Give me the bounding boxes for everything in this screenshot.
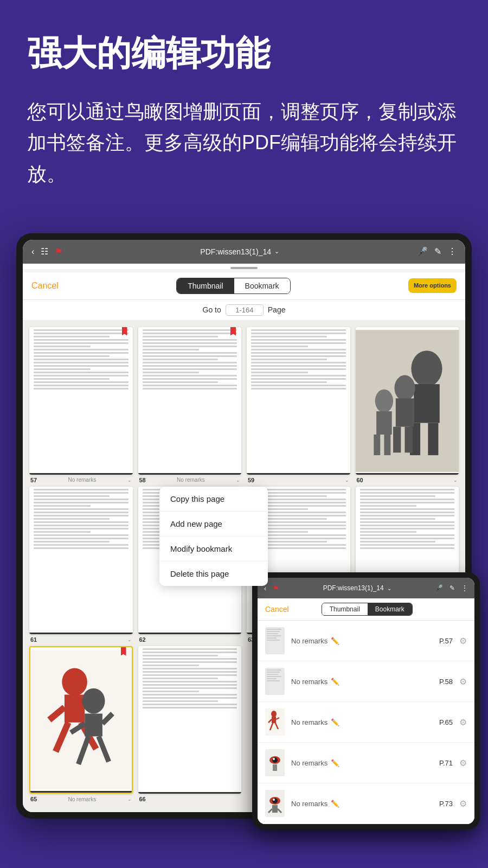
- copy-page-menu-item[interactable]: Copy this page: [159, 487, 268, 512]
- edit-icon-65[interactable]: ✏️: [331, 718, 339, 726]
- more-icon[interactable]: ⋮: [448, 246, 457, 257]
- art-svg-65: [30, 647, 132, 793]
- chevron-down-icon-65[interactable]: ⌄: [127, 796, 132, 802]
- svg-rect-42: [272, 805, 278, 813]
- thumb-label-60: 60 ⌄: [356, 477, 459, 483]
- modify-bookmark-menu-item[interactable]: Modify bookmark: [159, 537, 268, 561]
- cancel-button[interactable]: Cancel: [31, 281, 59, 291]
- page-content-59: [247, 327, 350, 395]
- secondary-tab-bookmark[interactable]: Bookmark: [368, 603, 412, 615]
- mic-icon[interactable]: 🎤: [417, 246, 428, 257]
- svg-point-35: [272, 757, 278, 763]
- bookmark-icon[interactable]: ⚑: [55, 246, 62, 257]
- tab-bookmark[interactable]: Bookmark: [234, 278, 290, 293]
- secondary-cancel-btn[interactable]: Cancel: [265, 605, 289, 614]
- edit-icon-57[interactable]: ✏️: [331, 637, 339, 645]
- secondary-more-icon[interactable]: ⋮: [461, 584, 468, 592]
- bookmark-item-73[interactable]: No remarks ✏️ P.73 ⚙: [258, 783, 474, 824]
- thumb-card-66: [138, 646, 242, 794]
- topbar-left: ‹ ☷ ⚑: [31, 246, 62, 257]
- settings-icon-71[interactable]: ⚙: [459, 758, 467, 768]
- svg-rect-2: [414, 384, 440, 423]
- bookmark-art-svg-65: [265, 709, 285, 736]
- grid-icon[interactable]: ☷: [41, 246, 48, 257]
- dropdown-icon[interactable]: ⌄: [274, 248, 279, 255]
- bookmark-art-svg-73: [265, 790, 285, 817]
- svg-rect-10: [376, 411, 392, 435]
- secondary-pencil-icon[interactable]: ✎: [450, 584, 455, 592]
- goto-bar: Go to Page: [23, 300, 465, 321]
- thumb-item-58[interactable]: 58 No remarks ⌄: [138, 327, 242, 483]
- page-content-58: [138, 327, 242, 395]
- hero-section: 强大的编辑功能 您可以通过鸟瞰图增删页面，调整页序，复制或添加书签备注。更多高级…: [0, 0, 488, 212]
- svg-point-27: [271, 711, 277, 717]
- chevron-down-icon-60[interactable]: ⌄: [453, 477, 458, 483]
- back-icon[interactable]: ‹: [31, 247, 34, 257]
- chevron-down-icon-59[interactable]: ⌄: [345, 477, 349, 483]
- svg-rect-8: [404, 426, 412, 452]
- thumb-row-1: 57 No remarks ⌄: [29, 327, 459, 483]
- bookmark-thumb-65: [265, 709, 285, 736]
- goto-input[interactable]: [226, 304, 264, 316]
- thumb-card-61: [29, 487, 133, 634]
- page-content-64: [356, 487, 459, 555]
- secondary-tab-group: Thumbnail Bookmark: [322, 603, 413, 616]
- page-content-57: [29, 327, 133, 395]
- context-menu: Copy this page Add new page Modify bookm…: [159, 487, 268, 586]
- svg-rect-4: [428, 423, 438, 455]
- bookmark-thumb-57: [265, 627, 285, 654]
- more-options-button[interactable]: More options: [408, 278, 457, 292]
- secondary-dropdown-icon[interactable]: ⌄: [387, 585, 391, 591]
- bookmark-item-57[interactable]: No remarks ✏️ P.57 ⚙: [258, 621, 474, 661]
- page-content-61: [29, 487, 133, 555]
- bookmark-item-58[interactable]: No remarks ✏️ P.58 ⚙: [258, 661, 474, 702]
- thumb-item-59[interactable]: 59 ⌄: [247, 327, 350, 483]
- bookmark-info-58: No remarks ✏️: [291, 678, 433, 686]
- settings-icon-58[interactable]: ⚙: [459, 676, 467, 687]
- chevron-down-icon-58[interactable]: ⌄: [236, 477, 240, 483]
- thumb-item-57[interactable]: 57 No remarks ⌄: [29, 327, 133, 483]
- settings-icon-57[interactable]: ⚙: [459, 636, 467, 646]
- settings-icon-73[interactable]: ⚙: [459, 799, 467, 809]
- page-label: Page: [268, 305, 286, 314]
- bookmark-thumb-73: [265, 790, 285, 817]
- goto-label: Go to: [203, 305, 221, 314]
- secondary-doc-title: PDF:wissen13(1)_14: [323, 584, 384, 592]
- thumb-item-61[interactable]: 61 ⌄: [29, 487, 133, 643]
- bookmark-page-58: P.58: [439, 678, 453, 686]
- chevron-down-icon-61[interactable]: ⌄: [127, 637, 132, 642]
- bookmark-item-71[interactable]: No remarks ✏️ P.71 ⚙: [258, 743, 474, 783]
- secondary-bookmark-icon[interactable]: ⚑: [273, 584, 279, 592]
- bookmark-thumb-58: [265, 668, 285, 695]
- pencil-icon[interactable]: ✎: [434, 246, 441, 257]
- bookmark-thumb-71: [265, 749, 285, 776]
- svg-rect-12: [384, 435, 390, 455]
- delete-page-menu-item[interactable]: Delete this page: [159, 561, 268, 586]
- thumb-label-59: 59 ⌄: [247, 477, 350, 483]
- secondary-tab-thumbnail[interactable]: Thumbnail: [322, 603, 368, 615]
- chevron-down-icon[interactable]: ⌄: [127, 477, 132, 483]
- bookmark-info-65: No remarks ✏️: [291, 718, 433, 726]
- svg-rect-15: [65, 694, 85, 722]
- tablet-secondary: ‹ ⚑ PDF:wissen13(1)_14 ⌄ 🎤 ✎ ⋮ Cancel Th…: [252, 572, 480, 829]
- thumb-card-60: [356, 327, 459, 475]
- topbar-center: PDF:wissen13(1)_14 ⌄: [200, 247, 279, 256]
- bookmark-info-71: No remarks ✏️: [291, 759, 433, 767]
- svg-point-20: [82, 688, 105, 714]
- thumb-card-58: [138, 327, 242, 475]
- thumb-item-65[interactable]: 65 No remarks ⌄: [29, 646, 133, 802]
- secondary-mic-icon[interactable]: 🎤: [435, 584, 443, 592]
- svg-point-9: [375, 389, 393, 412]
- thumb-item-60[interactable]: 60 ⌄: [356, 327, 459, 483]
- add-page-menu-item[interactable]: Add new page: [159, 512, 268, 537]
- thumb-item-66[interactable]: 66: [138, 646, 242, 802]
- tab-thumbnail[interactable]: Thumbnail: [177, 278, 234, 293]
- settings-icon-65[interactable]: ⚙: [459, 717, 467, 727]
- edit-icon-71[interactable]: ✏️: [331, 759, 339, 767]
- bookmark-item-65[interactable]: No remarks ✏️ P.65 ⚙: [258, 702, 474, 743]
- svg-rect-21: [85, 713, 102, 736]
- edit-icon-58[interactable]: ✏️: [331, 678, 339, 686]
- secondary-topbar: ‹ ⚑ PDF:wissen13(1)_14 ⌄ 🎤 ✎ ⋮: [258, 578, 474, 598]
- scroll-handle: [230, 267, 258, 269]
- edit-icon-73[interactable]: ✏️: [331, 800, 339, 808]
